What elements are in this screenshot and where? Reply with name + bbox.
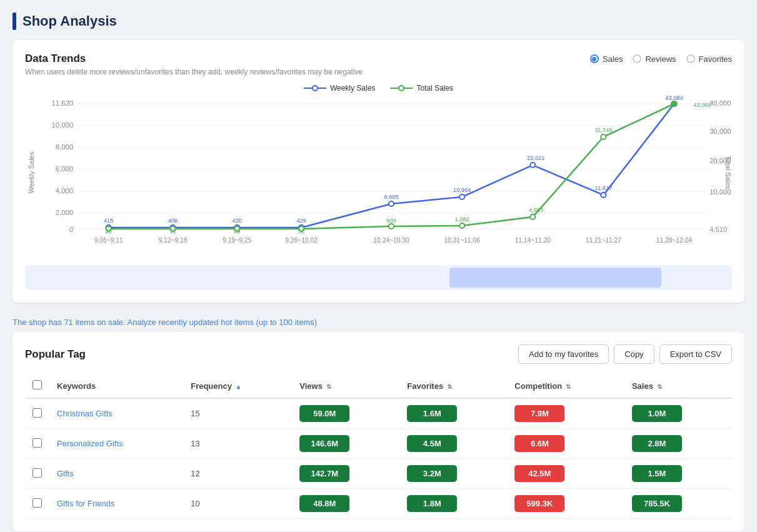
- svg-text:43,084: 43,084: [665, 95, 683, 101]
- competition-1: 6.6M: [507, 429, 624, 459]
- svg-text:9.26~10.02: 9.26~10.02: [285, 237, 318, 244]
- weekly-sales-legend-label: Weekly Sales: [330, 84, 375, 93]
- svg-text:11.28~12.04: 11.28~12.04: [656, 237, 693, 244]
- svg-point-3: [399, 86, 404, 91]
- frequency-3: 10: [183, 489, 292, 519]
- chart-legend-group: Sales Reviews Favorites: [590, 54, 732, 64]
- legend-reviews-label: Reviews: [645, 54, 676, 64]
- popular-tag-card: Popular Tag Add to my favorites Copy Exp…: [13, 332, 744, 531]
- page-title-container: Shop Analysis: [13, 13, 744, 30]
- svg-text:11,617: 11,617: [594, 185, 612, 191]
- svg-point-50: [601, 134, 606, 139]
- svg-point-51: [671, 101, 676, 106]
- col-favorites[interactable]: Favorites ⇅: [399, 374, 507, 398]
- svg-point-40: [530, 163, 535, 168]
- svg-text:1,082: 1,082: [455, 216, 469, 223]
- svg-text:43,084: 43,084: [693, 102, 711, 108]
- add-to-favorites-button[interactable]: Add to my favorites: [518, 344, 609, 364]
- radio-sales[interactable]: [590, 54, 599, 63]
- data-trends-title: Data Trends: [25, 53, 86, 65]
- svg-text:10.31~11.06: 10.31~11.06: [444, 237, 480, 244]
- legend-favorites-label: Favorites: [699, 54, 732, 64]
- chart-svg: 11,620 10,000 8,000 6,000 4,000 2,000 0 …: [25, 98, 732, 248]
- favorites-sort-icon: ⇅: [447, 383, 452, 390]
- svg-text:31,748: 31,748: [594, 127, 612, 133]
- col-frequency[interactable]: Frequency ▲: [183, 374, 292, 398]
- chart-area: 11,620 10,000 8,000 6,000 4,000 2,000 0 …: [25, 98, 732, 260]
- radio-reviews[interactable]: [633, 54, 641, 63]
- competition-2: 42.5M: [507, 459, 624, 489]
- favorites-0: 1.6M: [399, 398, 507, 429]
- svg-text:9.19~9.25: 9.19~9.25: [223, 237, 251, 244]
- frequency-sort-icon: ▲: [236, 383, 242, 390]
- weekly-sales-legend: Weekly Sales: [304, 84, 375, 93]
- export-csv-button[interactable]: Export to CSV: [659, 344, 732, 364]
- chart-line-legend: Weekly Sales Total Sales: [25, 84, 732, 93]
- svg-text:Total Sales: Total Sales: [724, 156, 732, 189]
- keyword-link-1[interactable]: Personalized Gifts: [57, 439, 123, 448]
- col-views[interactable]: Views ⇅: [292, 374, 399, 398]
- keyword-link-0[interactable]: Christmas Gifts: [57, 409, 113, 418]
- svg-point-49: [530, 214, 535, 219]
- radio-favorites[interactable]: [686, 54, 695, 63]
- views-0: 59.0M: [292, 398, 399, 429]
- svg-text:10.24~10.30: 10.24~10.30: [373, 237, 409, 244]
- svg-point-1: [313, 86, 318, 91]
- title-bar-accent: [13, 13, 16, 30]
- svg-point-39: [459, 194, 464, 199]
- svg-text:406: 406: [168, 218, 178, 224]
- popular-tag-title: Popular Tag: [25, 348, 86, 361]
- views-3: 48.8M: [292, 489, 399, 519]
- info-bar: The shop has 71 items on sale. Analyze r…: [13, 313, 744, 332]
- keyword-link-3[interactable]: Gifts for Friends: [57, 499, 114, 508]
- table-row: Christmas Gifts 15 59.0M 1.6M 7.9M 1.0M: [25, 398, 732, 429]
- table-row: Gifts 12 142.7M 3.2M 42.5M 1.5M: [25, 459, 732, 489]
- page-title: Shop Analysis: [23, 13, 117, 29]
- svg-text:30,000: 30,000: [709, 128, 731, 135]
- row-checkbox-2[interactable]: [33, 468, 42, 478]
- svg-text:8,605: 8,605: [384, 194, 399, 200]
- svg-text:11,620: 11,620: [52, 99, 74, 107]
- row-checkbox-1[interactable]: [33, 438, 42, 448]
- svg-point-41: [601, 193, 606, 198]
- svg-text:11.21~11.27: 11.21~11.27: [586, 237, 622, 244]
- legend-favorites[interactable]: Favorites: [686, 54, 732, 64]
- sales-2: 1.5M: [624, 459, 732, 489]
- keyword-link-2[interactable]: Gifts: [57, 469, 74, 478]
- table-row: Personalized Gifts 13 146.6M 4.5M 6.6M 2…: [25, 429, 732, 459]
- svg-text:10,000: 10,000: [709, 188, 731, 196]
- col-competition[interactable]: Competition ⇅: [507, 374, 624, 398]
- svg-point-48: [459, 223, 464, 228]
- sales-3: 785.5K: [624, 489, 732, 519]
- legend-reviews[interactable]: Reviews: [633, 54, 676, 64]
- row-checkbox-3[interactable]: [33, 498, 42, 508]
- svg-text:4,510: 4,510: [709, 226, 727, 233]
- sales-sort-icon: ⇅: [657, 383, 662, 390]
- views-sort-icon: ⇅: [326, 383, 331, 390]
- svg-text:2,000: 2,000: [56, 209, 73, 216]
- views-1: 146.6M: [292, 429, 399, 459]
- action-buttons: Add to my favorites Copy Export to CSV: [518, 344, 732, 364]
- chart-scrollbar[interactable]: [25, 265, 732, 290]
- frequency-1: 13: [183, 429, 292, 459]
- favorites-1: 4.5M: [399, 429, 507, 459]
- svg-text:28: 28: [106, 228, 112, 234]
- svg-text:58: 58: [169, 228, 176, 234]
- legend-sales-label: Sales: [603, 54, 623, 64]
- svg-text:808: 808: [386, 218, 396, 224]
- col-sales[interactable]: Sales ⇅: [624, 374, 732, 398]
- row-checkbox-0[interactable]: [33, 408, 42, 418]
- chart-scroll-thumb[interactable]: [449, 268, 661, 288]
- svg-text:0: 0: [69, 226, 73, 233]
- svg-text:56: 56: [298, 228, 304, 234]
- col-keywords: Keywords: [49, 374, 183, 398]
- svg-text:22,021: 22,021: [527, 155, 544, 161]
- popular-tag-header: Popular Tag Add to my favorites Copy Exp…: [25, 344, 732, 364]
- svg-text:4,083: 4,083: [529, 207, 543, 213]
- legend-sales[interactable]: Sales: [590, 54, 623, 64]
- favorites-2: 3.2M: [399, 459, 507, 489]
- svg-text:429: 429: [296, 218, 306, 224]
- table-row: Gifts for Friends 10 48.8M 1.8M 599.3K 7…: [25, 489, 732, 519]
- select-all-checkbox[interactable]: [33, 380, 42, 389]
- copy-button[interactable]: Copy: [614, 344, 654, 364]
